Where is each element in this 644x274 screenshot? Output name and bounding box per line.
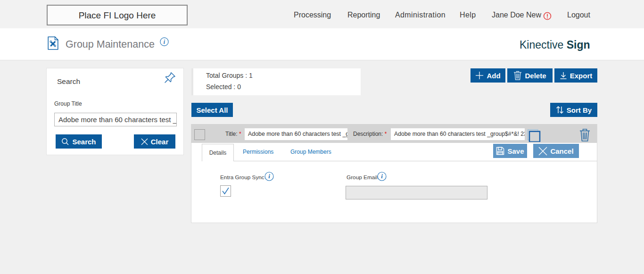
svg-text:i: i bbox=[268, 173, 270, 180]
svg-text:i: i bbox=[381, 173, 383, 180]
svg-text:i: i bbox=[164, 39, 165, 45]
